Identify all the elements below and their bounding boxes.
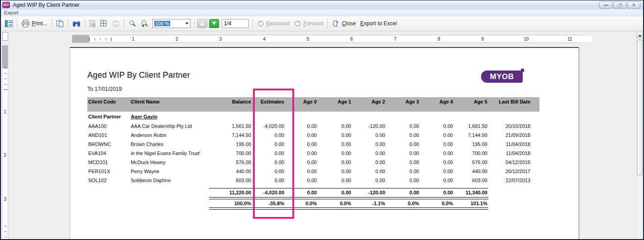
copy-icon bbox=[56, 20, 64, 28]
zoom-level-combobox[interactable]: 100 % bbox=[153, 19, 191, 28]
cell-filler bbox=[531, 149, 539, 158]
separator bbox=[68, 19, 68, 28]
cell-client-code: BROWNC bbox=[87, 140, 130, 149]
table-row: SOL102 Soldieron Daphne 603.00 0.00 0.00… bbox=[87, 176, 539, 185]
forward-label: Forward bbox=[303, 20, 323, 27]
print-preview-button[interactable] bbox=[110, 19, 122, 28]
zoom-out-button[interactable] bbox=[126, 19, 138, 28]
page-number-field[interactable] bbox=[222, 19, 249, 28]
scrollbar-up-button[interactable] bbox=[637, 32, 643, 39]
table-header-row: Client Code Client Name Balance Estimate… bbox=[87, 97, 539, 112]
group-tree-icon bbox=[5, 20, 13, 27]
cell-client-name: Perry Wayne bbox=[130, 167, 209, 176]
app-icon: AO bbox=[2, 2, 10, 8]
forward-button[interactable]: Forward bbox=[292, 19, 325, 28]
cell-age4: 0.00 bbox=[420, 176, 454, 185]
col-client-code: Client Code bbox=[87, 97, 130, 112]
vertical-ruler: 1 2 3 bbox=[2, 45, 8, 239]
pct-age3: 0.0% bbox=[386, 199, 420, 207]
col-filler bbox=[531, 97, 539, 112]
col-age5: Age 5 bbox=[454, 97, 488, 112]
cell-last-bill-date: 22/07/2013 bbox=[488, 176, 531, 185]
menu-export[interactable]: Export bbox=[1, 10, 22, 15]
cell-last-bill-date: 21/09/2018 bbox=[488, 131, 531, 140]
previous-page-button[interactable] bbox=[197, 19, 207, 28]
zoom-in-button[interactable] bbox=[138, 19, 151, 28]
cell-last-bill-date: 11/04/2018 bbox=[488, 149, 531, 158]
cell-age2: 0.00 bbox=[352, 140, 386, 149]
cell-age4: 0.00 bbox=[420, 167, 454, 176]
total-age3: 0.00 bbox=[386, 188, 420, 197]
myob-logo-text: MYOB bbox=[490, 72, 514, 81]
close-preview-label: Close bbox=[342, 20, 356, 27]
table-body: AAA100 AAA Car Dealership Pty Ltd 1,561.… bbox=[87, 122, 539, 185]
cell-filler bbox=[531, 131, 539, 140]
cell-age0: 0.00 bbox=[285, 167, 318, 176]
separator bbox=[124, 19, 124, 28]
cell-filler bbox=[531, 176, 539, 185]
ruler-number: 11 bbox=[548, 36, 592, 42]
forward-icon bbox=[294, 20, 301, 27]
page-setup-button[interactable] bbox=[87, 19, 98, 28]
table-row: BROWNC Brown Charles 195.00 0.00 0.00 0.… bbox=[87, 140, 539, 149]
grid-view-button[interactable] bbox=[98, 19, 110, 28]
separator bbox=[85, 19, 85, 28]
cell-estimates: 0.00 bbox=[252, 176, 285, 185]
ruler-number: 3 bbox=[2, 177, 8, 221]
cell-age5: 1,681.50 bbox=[454, 122, 488, 131]
ruler-numbers: 1 2 3 bbox=[2, 46, 8, 221]
myob-logo: MYOB bbox=[481, 71, 523, 83]
close-window-button[interactable]: × bbox=[627, 1, 640, 9]
ruler-number: 5 bbox=[286, 36, 330, 42]
pct-age1: 0.0% bbox=[318, 199, 352, 207]
close-preview-button[interactable]: Close bbox=[329, 19, 358, 28]
report-period: To 17/01/2019 bbox=[87, 86, 122, 92]
cell-age4: 0.00 bbox=[420, 122, 454, 131]
scrollbar-thumb[interactable] bbox=[637, 40, 643, 175]
cell-age2: 0.00 bbox=[352, 131, 386, 140]
total-age1: 0.00 bbox=[318, 188, 352, 197]
separator bbox=[52, 19, 52, 28]
vertical-scrollbar[interactable] bbox=[636, 31, 643, 239]
pct-age4: 0.0% bbox=[420, 199, 454, 207]
total-estimates: -4,020.00 bbox=[252, 188, 285, 197]
zoom-out-icon bbox=[129, 20, 136, 28]
copy-button[interactable] bbox=[54, 19, 66, 28]
print-label: Print... bbox=[32, 20, 48, 27]
export-to-excel-button[interactable]: Export to Excel bbox=[358, 19, 399, 28]
cell-age3: 0.00 bbox=[386, 122, 420, 131]
find-button[interactable] bbox=[70, 19, 83, 28]
preview-workspace: 1 2 3 4 5 6 7 8 9 10 11 1 2 3 Aged WIP B… bbox=[1, 31, 643, 239]
ruler-number: 4 bbox=[243, 36, 286, 42]
backward-button[interactable]: Backward bbox=[255, 19, 292, 28]
ruler-number: 9 bbox=[461, 36, 505, 42]
window-title: Aged WIP By Client Partner bbox=[13, 2, 80, 8]
ruler-number: 6 bbox=[330, 36, 374, 42]
spacer-row bbox=[87, 185, 539, 188]
print-button[interactable]: Print... bbox=[19, 19, 50, 28]
table-row: MCD101 McDuck Hewey 576.00 0.00 0.00 0.0… bbox=[87, 158, 539, 167]
cell-age1: 0.00 bbox=[318, 158, 352, 167]
binoculars-icon bbox=[72, 20, 81, 27]
toggle-group-tree-button[interactable] bbox=[3, 19, 15, 28]
next-page-button[interactable] bbox=[209, 19, 219, 28]
document-icon bbox=[89, 20, 95, 27]
cell-age0: 0.00 bbox=[285, 158, 318, 167]
col-age4: Age 4 bbox=[420, 97, 454, 112]
col-client-name: Client Name bbox=[130, 97, 209, 112]
cell-age0: 0.00 bbox=[285, 140, 318, 149]
cell-client-name: AAA Car Dealership Pty Ltd bbox=[130, 122, 209, 131]
restore-button[interactable] bbox=[613, 1, 626, 9]
col-age0: Age 0 bbox=[285, 97, 318, 112]
ruler-number: 8 bbox=[417, 36, 461, 42]
cell-client-code: MCD101 bbox=[87, 158, 130, 167]
totals-row: 11,220.00 -4,020.00 0.00 0.00 -120.00 0.… bbox=[87, 188, 539, 197]
table-row: EVA104 in the Nigel Evans Family Trust' … bbox=[87, 149, 539, 158]
report-table: Client Code Client Name Balance Estimate… bbox=[87, 97, 539, 210]
double-rule bbox=[87, 207, 539, 209]
percentages-row: 100.0% -35.8% 0.0% 0.0% -1.1% 0.0% 0.0% … bbox=[87, 199, 539, 207]
separator bbox=[17, 19, 17, 28]
ruler-number: 10 bbox=[505, 36, 549, 42]
minimize-button[interactable] bbox=[599, 1, 612, 9]
cell-age0: 0.00 bbox=[285, 149, 318, 158]
